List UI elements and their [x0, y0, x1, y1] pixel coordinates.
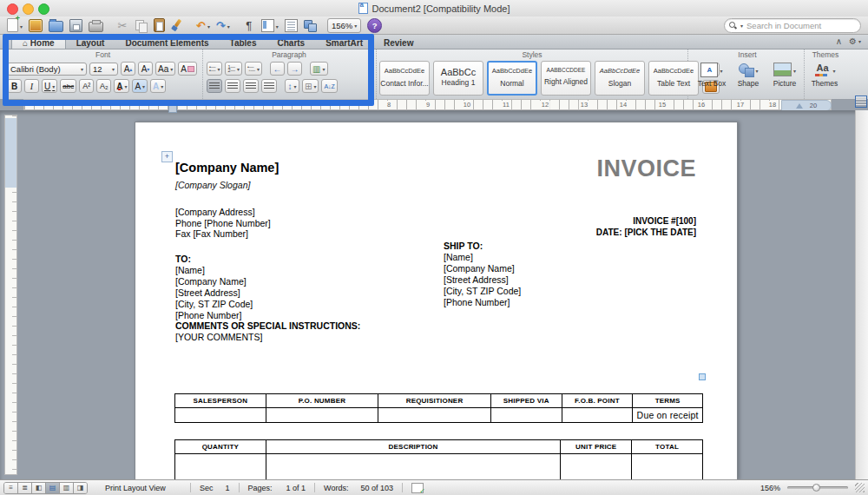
undo-button[interactable]: ↶ — [196, 18, 210, 32]
split-window-button[interactable] — [855, 96, 867, 108]
undo-icon: ↶ — [196, 20, 206, 31]
table-row — [175, 454, 702, 480]
page-layout-button[interactable] — [261, 18, 279, 32]
shape-icon — [738, 63, 753, 76]
search-field[interactable]: Search in Document — [724, 18, 861, 33]
redo-button[interactable]: ↷ — [216, 18, 230, 32]
invoice-date: DATE: [PICK THE DATE] — [596, 228, 696, 237]
text-box-icon: A — [700, 63, 718, 77]
window-title: Document2 [Compatibility Mode] — [0, 3, 868, 14]
word-window: Document2 [Compatibility Mode] ✂ ↶ ↷ ¶ 1… — [0, 0, 868, 495]
paste-icon — [154, 18, 165, 32]
ship-to-block: SHIP TO: [Name] [Company Name] [Street A… — [444, 241, 521, 308]
zoom-slider-knob[interactable] — [812, 484, 820, 492]
vertical-ruler-margin — [5, 118, 16, 188]
media-browser-button[interactable] — [304, 18, 316, 32]
document-area: + [Company Name] [Company Slogan] [Compa… — [0, 110, 868, 480]
invoice-title: INVOICE — [596, 155, 696, 182]
ribbon-settings-button[interactable]: ⚙ — [849, 36, 861, 46]
save-button[interactable] — [69, 18, 82, 32]
search-placeholder: Search in Document — [746, 21, 821, 30]
themes-button[interactable]: Aa Themes — [807, 62, 842, 88]
new-document-icon — [7, 18, 18, 32]
vertical-scrollbar[interactable] — [855, 110, 868, 480]
open-button[interactable] — [49, 18, 63, 32]
format-painter-icon — [171, 19, 183, 31]
picture-icon — [773, 63, 792, 76]
help-button[interactable]: ? — [367, 18, 382, 33]
invoice-number: INVOICE #[100] — [633, 216, 696, 226]
new-document-button[interactable] — [7, 18, 23, 32]
group-insert-label: Insert — [691, 50, 804, 60]
company-name-text: [Company Name] — [175, 161, 279, 175]
cut-button[interactable]: ✂ — [116, 18, 128, 32]
focus-view-button[interactable]: ◨ — [74, 483, 87, 493]
zoom-percentage: 156% — [760, 484, 780, 492]
company-address-block: [Company Address] Phone [Phone Number] F… — [175, 207, 271, 240]
spellcheck-icon: ✓ — [411, 483, 424, 493]
zoom-dropdown[interactable]: 156% — [327, 18, 361, 33]
annotation-highlight-box — [3, 34, 374, 106]
print-button[interactable] — [89, 18, 103, 32]
themes-icon: Aa — [813, 63, 831, 76]
gear-icon: ⚙ — [849, 36, 857, 46]
show-formatting-button[interactable]: ¶ — [243, 18, 255, 32]
style-normal[interactable]: AaBbCcDdEe Normal — [487, 61, 537, 96]
view-mode-label: Print Layout View — [96, 483, 191, 492]
company-slogan-text: [Company Slogan] — [175, 180, 250, 190]
group-themes-label: Themes — [806, 50, 845, 60]
notebook-layout-view-button[interactable]: ▥ — [60, 483, 74, 493]
table-row: Due on receipt — [175, 408, 702, 422]
pilcrow-icon: ¶ — [246, 20, 252, 31]
publishing-layout-view-button[interactable]: ◧ — [32, 483, 46, 493]
outline-view-button[interactable]: ≣ — [18, 483, 32, 493]
bill-to-block: TO: [Name] [Company Name] [Street Addres… — [175, 254, 253, 321]
resize-grip[interactable] — [855, 483, 865, 492]
indent-marker[interactable] — [168, 105, 177, 113]
open-folder-icon — [49, 21, 63, 32]
word-count-indicator[interactable]: Words:50 of 103 — [315, 483, 403, 492]
collapse-ribbon-button[interactable]: ∧ — [836, 36, 842, 46]
pages-indicator[interactable]: Pages:1 of 1 — [240, 483, 316, 492]
table-selection-handle[interactable] — [699, 373, 706, 380]
tab-review[interactable]: Review — [373, 36, 424, 49]
scissors-icon: ✂ — [118, 20, 128, 31]
save-icon — [69, 19, 82, 32]
draft-view-button[interactable]: ≡ — [4, 483, 18, 493]
elements-gallery-button[interactable] — [29, 18, 43, 32]
document-page[interactable]: + [Company Name] [Company Slogan] [Compa… — [135, 122, 738, 480]
format-painter-button[interactable] — [171, 18, 183, 32]
group-themes: Themes Aa Themes — [806, 50, 845, 99]
order-info-table[interactable]: SALESPERSON P.O. NUMBER REQUISITIONER SH… — [174, 393, 703, 423]
copy-button[interactable] — [135, 18, 147, 32]
style-contact-information[interactable]: AaBbCcDdEe Contact Infor... — [379, 61, 430, 96]
group-insert: Insert A Text Box Shape Picture — [691, 50, 805, 99]
style-slogan[interactable]: AaBbCcDdEe Slogan — [595, 61, 645, 96]
help-icon: ? — [372, 21, 378, 30]
section-indicator[interactable]: Sec1 — [191, 483, 240, 492]
group-styles: Styles AaBbCcDdEe Contact Infor... AaBbC… — [377, 50, 688, 99]
spelling-status[interactable]: ✓ — [403, 483, 432, 492]
view-switcher: ≡ ≣ ◧ ▤ ▥ ◨ — [3, 482, 88, 494]
toc-icon — [285, 19, 298, 32]
gallery-icon — [29, 19, 43, 32]
picture-button[interactable]: Picture — [767, 62, 802, 88]
style-heading-1[interactable]: AaBbCc Heading 1 — [433, 61, 483, 96]
table-move-handle[interactable]: + — [161, 151, 173, 162]
table-of-contents-button[interactable] — [285, 18, 298, 32]
redo-icon: ↷ — [216, 20, 226, 31]
style-right-aligned[interactable]: AABBCCDDEE Right Aligned — [541, 61, 591, 96]
text-box-button[interactable]: A Text Box — [694, 62, 729, 88]
comments-placeholder: [YOUR COMMENTS] — [175, 332, 262, 342]
line-items-table[interactable]: QUANTITY DESCRIPTION UNIT PRICE TOTAL — [174, 439, 703, 480]
paste-button[interactable] — [153, 18, 165, 32]
print-layout-view-button[interactable]: ▤ — [46, 483, 60, 493]
status-bar: ≡ ≣ ◧ ▤ ▥ ◨ Print Layout View Sec1 Pages… — [0, 479, 868, 495]
vertical-ruler[interactable] — [4, 115, 17, 475]
copy-icon — [135, 20, 147, 31]
page-layout-icon — [261, 19, 274, 32]
print-icon — [89, 22, 103, 32]
zoom-slider[interactable] — [787, 486, 848, 489]
shape-button[interactable]: Shape — [731, 62, 766, 88]
standard-toolbar: ✂ ↶ ↷ ¶ 156% ? Search in Document — [0, 16, 868, 35]
